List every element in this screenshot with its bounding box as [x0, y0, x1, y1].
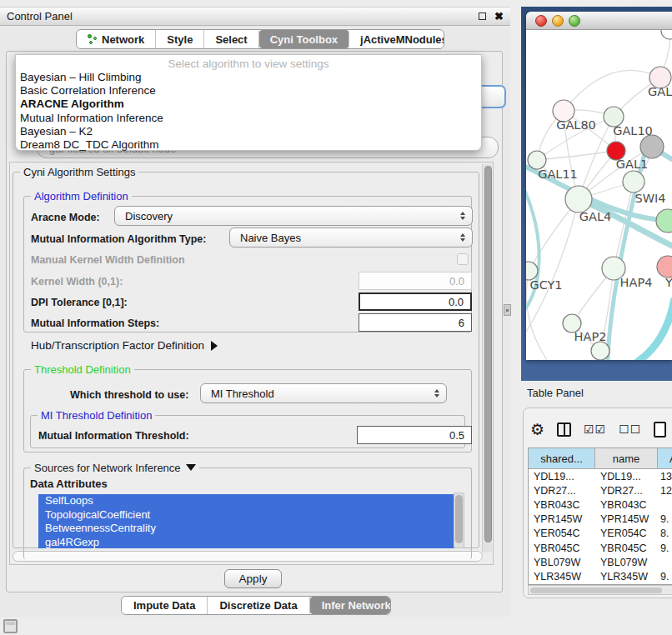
- mi-steps-value: 6: [459, 317, 464, 329]
- table-row[interactable]: YDR27...YDR27...12: [529, 483, 672, 498]
- table-row[interactable]: YBR043CYBR043C: [529, 498, 672, 512]
- table-cell: YBR043C: [595, 499, 658, 511]
- node-label: GAL10: [613, 124, 653, 138]
- apply-button[interactable]: Apply: [224, 569, 282, 588]
- network-window-titlebar[interactable]: [526, 12, 672, 30]
- zoom-traffic-light-icon[interactable]: [569, 15, 580, 27]
- algorithm-item[interactable]: ARACNE Algorithm: [16, 98, 481, 111]
- which-threshold-combo[interactable]: MI Threshold: [200, 383, 447, 403]
- tab-label: Discretize Data: [219, 599, 297, 612]
- column-header-1[interactable]: shared...: [529, 448, 595, 468]
- bottom-tabbar: Impute DataDiscretize DataInfer Network: [121, 596, 391, 615]
- data-attribute-item[interactable]: BetweennessCentrality: [38, 522, 464, 536]
- dpi-tolerance-field[interactable]: 0.0: [359, 292, 472, 311]
- table-cell: YER054C: [595, 528, 658, 539]
- minimize-traffic-light-icon[interactable]: [552, 15, 564, 27]
- attributes-scrollbar-thumb[interactable]: [455, 495, 463, 543]
- data-attribute-item[interactable]: gal4RGexp: [38, 536, 464, 549]
- algorithm-item[interactable]: Mutual Information Inference: [16, 112, 481, 125]
- deselect-all-checks-icon[interactable]: ☐☐: [619, 422, 641, 436]
- close-icon[interactable]: ✖: [494, 11, 504, 22]
- network-node[interactable]: [640, 135, 664, 158]
- tab-cyni-toolbox[interactable]: Cyni Toolbox: [259, 30, 349, 48]
- network-node[interactable]: [591, 342, 609, 360]
- table-row[interactable]: YPR145WYPR145W9.: [529, 512, 672, 527]
- tab-label: Impute Data: [133, 599, 195, 612]
- tab-infer-network[interactable]: Infer Network: [310, 597, 391, 614]
- mi-threshold-field[interactable]: 0.5: [357, 426, 472, 444]
- vertical-scrollbar[interactable]: [482, 164, 492, 552]
- network-graph[interactable]: GALGAL80GAL10GAL1GAL11SWI4GAL4GCY1HAP4YH…: [526, 30, 672, 360]
- tab-style[interactable]: Style: [156, 30, 204, 48]
- panel-splitter-handle[interactable]: [504, 304, 511, 316]
- float-window-icon[interactable]: [479, 12, 486, 20]
- stepper-arrows-icon: [460, 212, 465, 220]
- algorithm-item[interactable]: Bayesian – K2: [16, 125, 481, 138]
- tab-network[interactable]: Network: [77, 30, 156, 48]
- network-node-swi4[interactable]: [623, 171, 644, 192]
- table-row[interactable]: YBL079WYBL079W: [529, 555, 672, 569]
- table-cell: YBR043C: [529, 499, 595, 511]
- network-node[interactable]: [656, 209, 672, 232]
- mi-threshold-label: Mutual Information Threshold:: [38, 430, 189, 442]
- network-node-gal11[interactable]: [528, 151, 546, 169]
- stepper-arrows-icon: [460, 233, 465, 242]
- table-cell: YDL19...: [529, 471, 595, 482]
- table-cell: YDL19...: [595, 471, 658, 482]
- table-cell: YPR145W: [529, 513, 595, 525]
- apply-button-label: Apply: [239, 572, 268, 585]
- cyni-settings-title: Cyni Algorithm Settings: [20, 166, 138, 178]
- table-panel: ⚙ ☑☑ ☐☐ shared...nameA YDL19...YDL19...1…: [523, 408, 672, 598]
- algorithm-item[interactable]: Dream8 DC_TDC Algorithm: [16, 138, 481, 152]
- table-cell: 9.: [658, 571, 672, 582]
- network-node-y[interactable]: [657, 256, 672, 278]
- table-row[interactable]: YLR345WYLR345W9.: [529, 569, 672, 583]
- network-canvas[interactable]: GALGAL80GAL10GAL1GAL11SWI4GAL4GCY1HAP4YH…: [526, 30, 672, 360]
- tab-jactivemnodules[interactable]: jActiveMNodules: [349, 30, 444, 48]
- table-cell: YPR145W: [595, 513, 658, 525]
- network-node-gal4[interactable]: [565, 186, 592, 212]
- table-row[interactable]: YDL19...YDL19...13: [529, 469, 672, 483]
- algorithm-item[interactable]: Bayesian – Hill Climbing: [16, 71, 481, 84]
- node-label: HAP4: [620, 276, 653, 289]
- table-row[interactable]: YER054CYER054C8.: [529, 527, 672, 541]
- column-header-3[interactable]: A: [658, 448, 672, 468]
- collapse-down-icon: [186, 464, 196, 471]
- threshold-definition-title: Threshold Definition: [31, 363, 134, 376]
- vertical-scrollbar-thumb[interactable]: [484, 166, 492, 542]
- algorithm-item[interactable]: Basic Correlation Inference: [16, 84, 481, 98]
- aracne-mode-combo[interactable]: Discovery: [114, 206, 473, 226]
- select-all-checks-icon[interactable]: ☑☑: [584, 422, 606, 436]
- network-node[interactable]: [661, 30, 672, 39]
- column-header-2[interactable]: name: [595, 448, 658, 468]
- data-attributes-list: SelfLoopsTopologicalCoefficientBetweenne…: [38, 494, 464, 548]
- tab-label: Infer Network: [322, 599, 391, 612]
- control-panel-titlebar: Control Panel ✖: [0, 7, 510, 26]
- data-attributes-label: Data Attributes: [30, 478, 108, 490]
- data-attribute-item[interactable]: SelfLoops: [38, 494, 464, 508]
- hub-definition-label: Hub/Transcription Factor Definition: [31, 339, 204, 352]
- columns-icon[interactable]: [557, 422, 571, 437]
- attributes-scrollbar[interactable]: [454, 492, 464, 548]
- tab-discretize-data[interactable]: Discretize Data: [208, 597, 309, 614]
- table-cell: YLR345W: [529, 571, 595, 582]
- close-traffic-light-icon[interactable]: [535, 15, 547, 27]
- mi-type-combo[interactable]: Naive Bayes: [229, 228, 473, 248]
- tab-impute-data[interactable]: Impute Data: [122, 597, 208, 614]
- table-row[interactable]: YBR045CYBR045C9.: [529, 541, 672, 555]
- mi-steps-field[interactable]: 6: [359, 313, 472, 332]
- tab-select[interactable]: Select: [204, 30, 258, 48]
- kernel-width-value: 0.0: [449, 275, 464, 288]
- node-label: GAL1: [616, 158, 648, 171]
- hub-definition-expander[interactable]: Hub/Transcription Factor Definition: [31, 339, 218, 352]
- table-horizontal-scrollbar[interactable]: [528, 585, 672, 595]
- minimized-panel-icon[interactable]: [3, 619, 18, 633]
- node-label: GAL: [648, 85, 672, 98]
- gear-icon[interactable]: ⚙: [530, 422, 544, 438]
- algorithm-dropdown-prompt: Select algorithm to view settings: [16, 57, 481, 71]
- data-attribute-item[interactable]: TopologicalCoefficient: [38, 508, 464, 522]
- table-scrollbar-thumb[interactable]: [530, 588, 662, 593]
- sources-title[interactable]: Sources for Network Inference: [31, 462, 199, 474]
- node-label: GAL4: [579, 210, 611, 223]
- export-table-icon[interactable]: [654, 422, 666, 438]
